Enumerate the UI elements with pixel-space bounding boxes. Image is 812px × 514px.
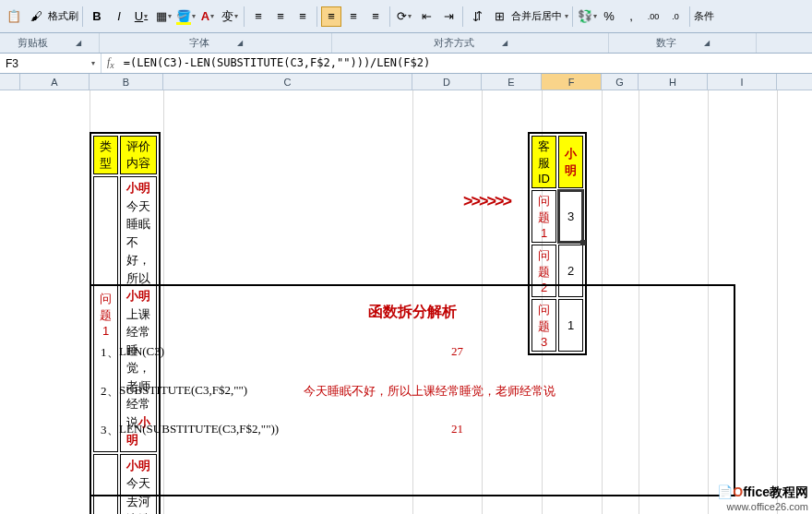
- group-clipboard: 剪贴板: [18, 36, 48, 50]
- align-top-button[interactable]: ≡: [248, 6, 269, 27]
- chevron-down-icon[interactable]: ▾: [91, 59, 95, 67]
- watermark: 📄Office教程网 www.office26.com: [717, 484, 808, 512]
- table-header[interactable]: 客服ID: [531, 136, 556, 188]
- phonetic-button[interactable]: 变▾: [220, 6, 240, 27]
- col-header[interactable]: C: [163, 74, 412, 90]
- watermark-url: www.office26.com: [717, 501, 808, 512]
- format-painter-icon[interactable]: 🖌: [26, 6, 46, 27]
- table-header[interactable]: 类型: [93, 136, 118, 174]
- col-header[interactable]: G: [602, 74, 639, 90]
- underline-button[interactable]: U▾: [131, 6, 151, 27]
- align-center-button[interactable]: ≡: [343, 6, 364, 27]
- align-left-button[interactable]: ≡: [321, 6, 341, 27]
- fx-icon[interactable]: fx: [107, 55, 114, 70]
- analysis-formula: SUBSTITUTE(C3,F$2,""): [119, 383, 304, 400]
- col-header[interactable]: F: [542, 74, 602, 90]
- name-box-value: F3: [6, 57, 18, 70]
- paste-icon[interactable]: 📋: [4, 6, 24, 27]
- decrease-decimal-button[interactable]: .0: [665, 6, 686, 27]
- name-box[interactable]: F3 ▾: [0, 54, 102, 73]
- align-middle-button[interactable]: ≡: [270, 6, 291, 27]
- select-all-corner[interactable]: [0, 74, 20, 90]
- analysis-row: 2、 SUBSTITUTE(C3,F$2,"") 今天睡眠不好，所以上课经常睡觉…: [101, 383, 724, 400]
- dialog-launcher-icon[interactable]: ◢: [704, 39, 710, 47]
- dialog-launcher-icon[interactable]: ◢: [76, 39, 81, 47]
- italic-button[interactable]: I: [109, 6, 129, 27]
- format-painter-label: 格式刷: [48, 9, 78, 23]
- analysis-box: 函数拆分解析 1、 LEN(C3) 27 2、 SUBSTITUTE(C3,F$…: [90, 284, 735, 496]
- number-format-button[interactable]: 💱▾: [577, 6, 597, 27]
- font-color-button[interactable]: A▾: [197, 6, 218, 27]
- analysis-formula: LEN(C3): [119, 344, 340, 361]
- col-header[interactable]: B: [90, 74, 163, 90]
- analysis-result: 今天睡眠不好，所以上课经常睡觉，老师经常说: [304, 383, 555, 400]
- analysis-row: 3、 LEN(SUBSTITUTE(C3,F$2,"")) 21: [101, 422, 724, 438]
- dialog-launcher-icon[interactable]: ◢: [502, 39, 508, 47]
- wrap-text-button[interactable]: ⇵: [467, 6, 487, 27]
- increase-decimal-button[interactable]: .00: [643, 6, 663, 27]
- col-header[interactable]: I: [708, 74, 777, 90]
- arrows-icon: >>>>>>: [463, 192, 510, 211]
- active-cell[interactable]: 3: [558, 190, 583, 243]
- align-right-button[interactable]: ≡: [365, 6, 386, 27]
- col-header[interactable]: A: [20, 74, 90, 90]
- comma-button[interactable]: ,: [621, 6, 641, 27]
- ribbon-toolbar: 📋 🖌 格式刷 B I U▾ ▦▾ 🪣▾ A▾ 变▾ ≡ ≡ ≡ ≡ ≡ ≡ ⟳…: [0, 0, 812, 33]
- col-header[interactable]: H: [639, 74, 708, 90]
- col-header[interactable]: D: [412, 74, 482, 90]
- analysis-formula: LEN(SUBSTITUTE(C3,F$2,"")): [119, 422, 340, 438]
- increase-indent-button[interactable]: ⇥: [438, 6, 459, 27]
- align-bottom-button[interactable]: ≡: [293, 6, 313, 27]
- office-logo-icon: 📄: [717, 484, 733, 499]
- ribbon-groups: 剪贴板◢ 字体◢ 对齐方式◢ 数字◢: [0, 33, 812, 54]
- column-headers: A B C D E F G H I: [0, 74, 812, 90]
- analysis-result: 21: [451, 422, 463, 438]
- analysis-result: 27: [451, 344, 463, 361]
- conditional-label[interactable]: 条件: [694, 9, 714, 23]
- row-label[interactable]: 问题1: [531, 190, 556, 243]
- analysis-title: 函数拆分解析: [101, 303, 724, 322]
- formula-input[interactable]: =(LEN(C3)-LEN(SUBSTITUTE(C3,F$2,"")))/LE…: [124, 56, 430, 69]
- fill-handle[interactable]: [580, 240, 586, 245]
- worksheet[interactable]: 类型 评价内容 问题1 小明今天睡眠不好，所以小明上课经常睡觉，老师经常说小明 …: [0, 90, 812, 514]
- group-align: 对齐方式: [434, 36, 474, 50]
- dialog-launcher-icon[interactable]: ◢: [237, 39, 243, 47]
- table-header[interactable]: 小明: [558, 136, 583, 188]
- orientation-button[interactable]: ⟳▾: [394, 6, 414, 27]
- percent-button[interactable]: %: [599, 6, 619, 27]
- formula-bar: F3 ▾ fx =(LEN(C3)-LEN(SUBSTITUTE(C3,F$2,…: [0, 54, 812, 74]
- group-font: 字体: [189, 36, 209, 50]
- bold-button[interactable]: B: [87, 6, 107, 27]
- analysis-row: 1、 LEN(C3) 27: [101, 344, 724, 361]
- table-row: 问题1 3: [531, 190, 583, 243]
- table-header[interactable]: 评价内容: [120, 136, 157, 174]
- col-header[interactable]: E: [482, 74, 542, 90]
- decrease-indent-button[interactable]: ⇤: [416, 6, 436, 27]
- merge-center-button[interactable]: ⊞: [489, 6, 509, 27]
- group-number: 数字: [656, 36, 676, 50]
- border-button[interactable]: ▦▾: [153, 6, 173, 27]
- merge-center-label: 合并后居中: [511, 9, 562, 23]
- fill-color-button[interactable]: 🪣▾: [175, 6, 196, 27]
